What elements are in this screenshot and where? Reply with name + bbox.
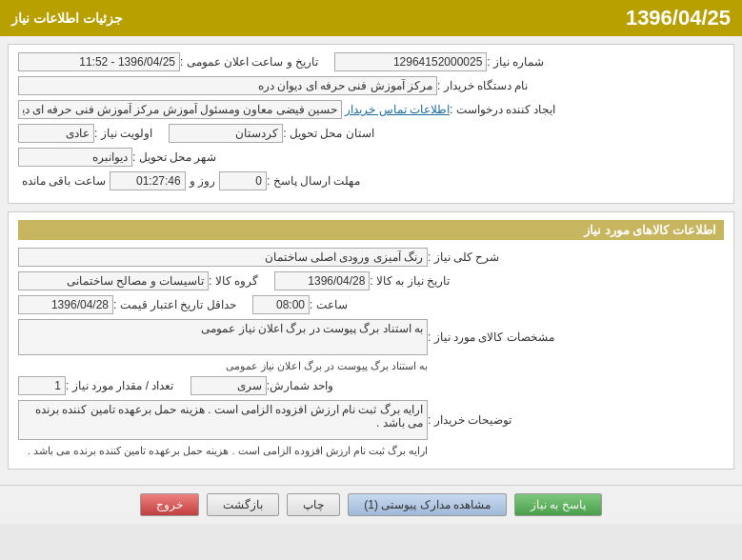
btn-chap[interactable]: چاپ [287, 493, 340, 516]
input-hadaghalSaat[interactable] [252, 295, 310, 314]
label-namDastgah: نام دستگاه خریدار : [437, 79, 528, 92]
label-tarikh: تاریخ و ساعت اعلان عمومی : [180, 55, 318, 69]
input-olaviyat[interactable] [18, 124, 94, 143]
header-title: جزئیات اطلاعات نیاز [11, 10, 123, 26]
row-tozih: توضیحات خریدار : [18, 400, 724, 440]
tozih-text: ارایه برگ ثبت نام ارزش افزوده الزامی است… [18, 445, 428, 457]
row-hadaghal: ساعت : حداقل تاریخ اعتبار قیمت : [18, 295, 724, 314]
input-sharh[interactable] [18, 248, 428, 267]
btn-pasakh[interactable]: پاسخ به نیاز [514, 493, 602, 516]
label-tedad: تعداد / مقدار مورد نیاز : [66, 379, 173, 392]
label-baki: ساعت باقی مانده [22, 174, 106, 188]
row-mohlat: مهلت ارسال پاسخ : روز و ساعت باقی مانده [18, 171, 724, 190]
input-vahed[interactable] [191, 376, 267, 395]
footer-bar: پاسخ به نیاز مشاهده مدارک پیوستی (1) چاپ… [0, 485, 742, 524]
input-ostan[interactable] [169, 124, 283, 143]
label-mohlat: مهلت ارسال پاسخ : [267, 174, 360, 188]
row-shahr: شهر محل تحویل : [18, 148, 724, 167]
textarea-tozih[interactable] [18, 400, 428, 440]
label-ostan: استان محل تحویل : [283, 127, 373, 140]
row-group: تاریخ نیاز به کالا : گروه کالا : [18, 271, 724, 290]
label-group: گروه کالا : [209, 274, 258, 288]
label-tarikhNiaz: تاریخ نیاز به کالا : [370, 274, 450, 288]
header-date: 1396/04/25 [626, 6, 731, 30]
input-roz[interactable] [219, 171, 267, 190]
kala-section-title: اطلاعات کالاهای مورد نیاز [18, 220, 724, 240]
label-va: روز و [190, 174, 215, 188]
moshajaat-text: به استناد برگ پیوست در برگ اعلان نیاز عم… [18, 360, 428, 372]
input-saat-countdown[interactable] [110, 171, 186, 190]
label-hadaghal: حداقل تاریخ اعتبار قیمت : [113, 298, 236, 311]
input-group[interactable] [18, 271, 209, 290]
row-namDastgah: نام دستگاه خریدار : [18, 76, 724, 95]
input-tedad[interactable] [18, 376, 66, 395]
input-tarikhNiaz[interactable] [274, 271, 370, 290]
label-vahed: واحد شمارش: [267, 379, 334, 392]
btn-moshahedeK[interactable]: مشاهده مدارک پیوستی (1) [348, 493, 507, 516]
label-shahr: شهر محل تحویل : [132, 150, 216, 164]
row-sharh: شرح کلی نیاز : [18, 248, 724, 267]
input-ejadKanande[interactable] [18, 100, 342, 119]
row-moshajaat: مشخصات کالای مورد نیاز : [18, 319, 724, 355]
link-tamas[interactable]: اطلاعات تماس خریدار [345, 103, 450, 116]
label-shomareNiaz: شماره نیاز : [487, 55, 544, 69]
row-ejadKanande: ایجاد کننده درخواست : اطلاعات تماس خریدا… [18, 100, 724, 119]
kala-section: اطلاعات کالاهای مورد نیاز شرح کلی نیاز :… [8, 211, 734, 470]
input-shahr[interactable] [18, 148, 132, 167]
label-hadaghalSaat: ساعت : [310, 298, 348, 311]
row-tedad: واحد شمارش: تعداد / مقدار مورد نیاز : [18, 376, 724, 395]
input-hadaghalTarikh[interactable] [18, 295, 113, 314]
row-olaviyat: استان محل تحویل : اولویت نیاز : [18, 124, 724, 143]
basic-info-section: شماره نیاز : تاریخ و ساعت اعلان عمومی : … [8, 44, 734, 204]
input-tarikh[interactable] [18, 52, 180, 71]
input-namDastgah[interactable] [18, 76, 437, 95]
label-ejadKanande: ایجاد کننده درخواست : [450, 103, 555, 116]
btn-khoroj[interactable]: خروج [140, 493, 199, 516]
label-moshajaat: مشخصات کالای مورد نیاز : [428, 330, 554, 344]
label-tozih: توضیحات خریدار : [428, 413, 511, 427]
label-sharh: شرح کلی نیاز : [428, 250, 499, 264]
row-shomareNiaz: شماره نیاز : تاریخ و ساعت اعلان عمومی : [18, 52, 724, 71]
label-olaviyat: اولویت نیاز : [94, 127, 152, 140]
textarea-moshajaat[interactable] [18, 319, 428, 355]
btn-bazgasht[interactable]: بازگشت [207, 493, 279, 516]
page-header: 1396/04/25 جزئیات اطلاعات نیاز [0, 0, 742, 36]
input-shomareNiaz[interactable] [334, 52, 487, 71]
